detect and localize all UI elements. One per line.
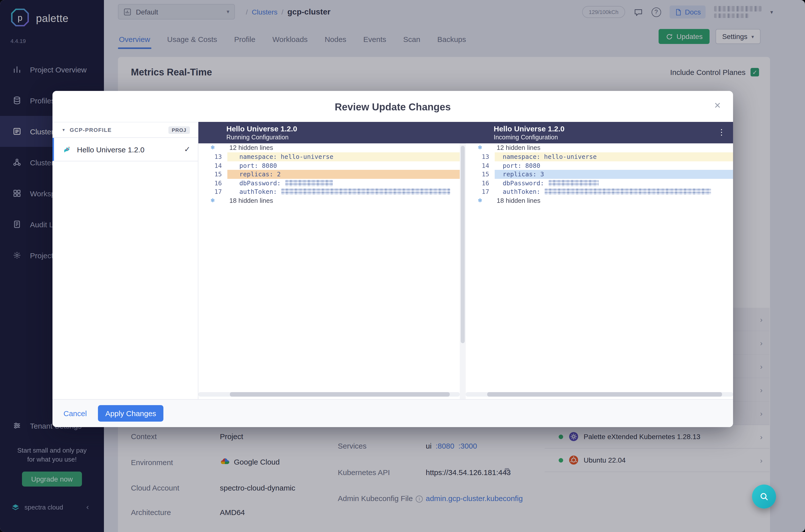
check-icon: ✓ bbox=[184, 145, 190, 154]
line-number: 16 bbox=[466, 178, 495, 187]
hidden-lines-row: ❄ 18 hidden lines bbox=[466, 196, 733, 205]
line-number: 17 bbox=[466, 187, 495, 196]
code-line: 17authToken: bbox=[466, 187, 733, 196]
profile-item-label: Hello Universe 1.2.0 bbox=[77, 145, 145, 154]
cancel-button[interactable]: Cancel bbox=[63, 409, 87, 418]
line-number: 14 bbox=[466, 161, 495, 170]
close-icon[interactable]: ✕ bbox=[714, 100, 721, 111]
line-number: 15 bbox=[466, 170, 495, 178]
profile-group-name: GCP-PROFILE bbox=[70, 127, 112, 133]
modal-title: Review Update Changes bbox=[53, 101, 733, 113]
code-line: 13namespace: hello-universe bbox=[466, 152, 733, 161]
code-text: namespace: hello-universe bbox=[495, 152, 733, 161]
hummingbird-icon bbox=[62, 145, 72, 154]
diff-header: Hello Universe 1.2.0 Running Configurati… bbox=[199, 122, 733, 144]
hidden-lines-label: 12 hidden lines bbox=[497, 144, 540, 151]
redacted-value bbox=[549, 179, 599, 186]
diff-right-title: Hello Universe 1.2.0 bbox=[494, 125, 565, 133]
app-window: p palette 4.4.19 Project Overview Profil… bbox=[0, 0, 805, 532]
code-text: namespace: hello-universe bbox=[227, 152, 460, 161]
expand-lines-icon[interactable]: ❄ bbox=[210, 197, 215, 204]
line-number: 14 bbox=[199, 161, 227, 170]
hidden-lines-row: ❄ 12 hidden lines bbox=[199, 144, 460, 152]
vertical-scrollbar bbox=[460, 144, 466, 399]
screen: p palette 4.4.19 Project Overview Profil… bbox=[0, 0, 805, 532]
hidden-lines-label: 12 hidden lines bbox=[229, 144, 273, 151]
chevron-down-icon[interactable]: ▾ bbox=[62, 127, 65, 132]
code-key: authToken: bbox=[503, 188, 540, 195]
line-number: 15 bbox=[199, 170, 227, 178]
redacted-value bbox=[545, 188, 711, 195]
code-line-changed: 15replicas: 3 bbox=[466, 170, 733, 178]
hidden-lines-label: 18 hidden lines bbox=[497, 196, 540, 204]
diff-pane-running: ❄ 12 hidden lines 13namespace: hello-uni… bbox=[199, 144, 460, 399]
redacted-value bbox=[285, 179, 333, 186]
diff-right-subtitle: Incoming Configuration bbox=[494, 133, 565, 141]
code-text: port: 8080 bbox=[495, 161, 733, 170]
scrollbar-thumb[interactable] bbox=[461, 146, 465, 343]
diff-pane-incoming: ❄ 12 hidden lines 13namespace: hello-uni… bbox=[466, 144, 733, 399]
code-text: port: 8080 bbox=[227, 161, 460, 170]
code-text: dbPassword: bbox=[227, 178, 460, 187]
profile-group-header: ▾ GCP-PROFILE PROJ bbox=[53, 122, 198, 138]
horizontal-scrollbar bbox=[466, 392, 733, 397]
code-key: authToken: bbox=[239, 188, 277, 195]
hidden-lines-row: ❄ 12 hidden lines bbox=[466, 144, 733, 152]
code-key: dbPassword: bbox=[239, 179, 281, 187]
profile-scope-badge: PROJ bbox=[168, 126, 190, 134]
code-line: 14port: 8080 bbox=[199, 161, 460, 170]
code-line: 17authToken: bbox=[199, 187, 460, 196]
magnifier-icon bbox=[759, 492, 769, 501]
profile-item-hello-universe[interactable]: Hello Universe 1.2.0 ✓ bbox=[53, 138, 198, 162]
code-text: replicas: 2 bbox=[227, 170, 460, 178]
code-text: replicas: 3 bbox=[495, 170, 733, 178]
line-number: 16 bbox=[199, 178, 227, 187]
apply-changes-button[interactable]: Apply Changes bbox=[98, 405, 163, 422]
diff-left-title: Hello Universe 1.2.0 bbox=[226, 125, 297, 133]
modal-footer: Cancel Apply Changes bbox=[53, 399, 733, 427]
hidden-lines-row: ❄ 18 hidden lines bbox=[199, 196, 460, 205]
expand-lines-icon[interactable]: ❄ bbox=[210, 144, 215, 151]
diff-header-running: Hello Universe 1.2.0 Running Configurati… bbox=[226, 125, 297, 141]
code-line: 13namespace: hello-universe bbox=[199, 152, 460, 161]
code-line: 16dbPassword: bbox=[466, 178, 733, 187]
code-text: authToken: bbox=[495, 187, 733, 196]
line-number: 17 bbox=[199, 187, 227, 196]
diff-left-subtitle: Running Configuration bbox=[226, 133, 297, 141]
scrollbar-thumb[interactable] bbox=[230, 392, 450, 397]
code-line: 14port: 8080 bbox=[466, 161, 733, 170]
expand-lines-icon[interactable]: ❄ bbox=[478, 144, 482, 151]
code-text: authToken: bbox=[227, 187, 460, 196]
code-line: 16dbPassword: bbox=[199, 178, 460, 187]
profile-panel: ▾ GCP-PROFILE PROJ Hello Universe 1.2.0 … bbox=[53, 122, 199, 399]
diff-body: ❄ 12 hidden lines 13namespace: hello-uni… bbox=[199, 144, 733, 399]
horizontal-scrollbar bbox=[199, 392, 460, 397]
redacted-value bbox=[282, 188, 450, 195]
line-number: 13 bbox=[199, 152, 227, 161]
expand-lines-icon[interactable]: ❄ bbox=[478, 197, 482, 204]
review-update-changes-modal: Review Update Changes ✕ ▾ GCP-PROFILE PR… bbox=[53, 91, 733, 427]
kebab-menu-icon[interactable]: ⋮ bbox=[717, 127, 726, 137]
code-line-changed: 15replicas: 2 bbox=[199, 170, 460, 178]
code-text: dbPassword: bbox=[495, 178, 733, 187]
search-fab-button[interactable] bbox=[752, 484, 776, 509]
diff-header-incoming: Hello Universe 1.2.0 Incoming Configurat… bbox=[494, 125, 565, 141]
code-key: dbPassword: bbox=[503, 179, 544, 187]
hidden-lines-label: 18 hidden lines bbox=[229, 196, 273, 204]
scrollbar-thumb[interactable] bbox=[487, 392, 722, 397]
line-number: 13 bbox=[466, 152, 495, 161]
diff-viewer: Hello Universe 1.2.0 Running Configurati… bbox=[199, 122, 733, 399]
